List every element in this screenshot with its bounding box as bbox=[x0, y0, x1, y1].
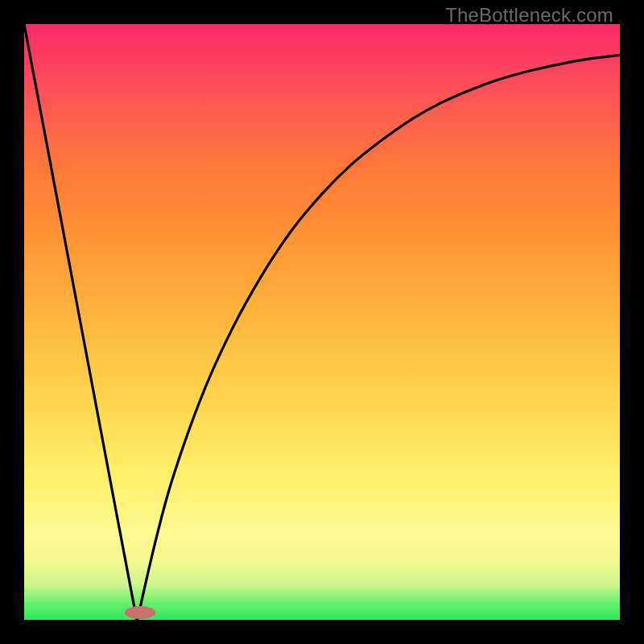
plot-area bbox=[24, 24, 620, 620]
bottleneck-curve bbox=[24, 24, 620, 620]
chart-frame: TheBottleneck.com bbox=[0, 0, 644, 644]
watermark-text: TheBottleneck.com bbox=[445, 4, 613, 27]
vertex-marker bbox=[125, 606, 155, 619]
curve-layer bbox=[24, 24, 620, 620]
